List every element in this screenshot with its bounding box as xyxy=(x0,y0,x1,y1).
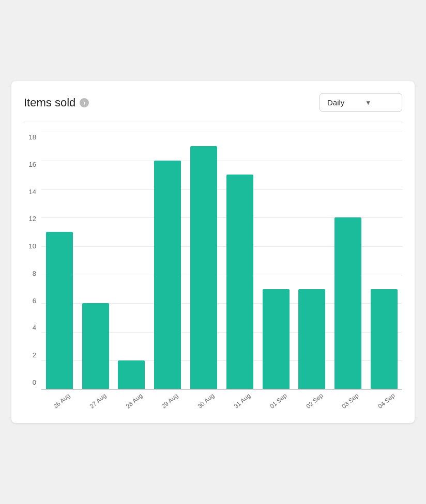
bar-group xyxy=(330,132,366,389)
x-labels: 26 Aug27 Aug28 Aug29 Aug30 Aug31 Aug01 S… xyxy=(41,394,402,406)
bar[interactable] xyxy=(82,303,109,389)
bar[interactable] xyxy=(226,175,253,389)
y-axis-label: 0 xyxy=(24,379,36,386)
title-group: Items sold i xyxy=(24,96,89,109)
bar-group xyxy=(114,132,150,389)
y-axis-label: 4 xyxy=(24,324,36,331)
x-axis-label: 29 Aug xyxy=(154,387,187,416)
y-axis-label: 18 xyxy=(24,134,36,140)
bars-container xyxy=(41,132,402,390)
items-sold-card: Items sold i Daily ▼ 024681012141618 26 … xyxy=(11,81,415,423)
y-axis: 024681012141618 xyxy=(24,132,41,406)
bar[interactable] xyxy=(154,161,181,389)
card-title: Items sold xyxy=(24,96,75,109)
x-axis-label: 31 Aug xyxy=(226,387,258,416)
card-header: Items sold i Daily ▼ xyxy=(24,93,402,121)
bar-group xyxy=(366,132,402,389)
x-axis-label: 30 Aug xyxy=(190,387,222,416)
bar-group xyxy=(78,132,114,389)
bar-group xyxy=(294,132,330,389)
x-axis-label: 04 Sep xyxy=(370,387,403,416)
y-axis-label: 12 xyxy=(24,215,36,222)
x-axis-label: 26 Aug xyxy=(45,387,78,416)
bar[interactable] xyxy=(190,146,217,389)
x-axis-label: 28 Aug xyxy=(118,387,150,416)
y-axis-label: 16 xyxy=(24,161,36,168)
dropdown-label: Daily xyxy=(327,98,344,107)
x-axis-label: 03 Sep xyxy=(334,387,367,416)
bar-group xyxy=(186,132,222,389)
y-axis-label: 8 xyxy=(24,270,36,277)
y-axis-label: 10 xyxy=(24,243,36,249)
bar[interactable] xyxy=(118,360,145,389)
bar[interactable] xyxy=(298,289,325,389)
y-axis-label: 6 xyxy=(24,297,36,304)
x-axis-label: 02 Sep xyxy=(298,387,331,416)
bar-group xyxy=(222,132,258,389)
chevron-down-icon: ▼ xyxy=(365,99,371,106)
x-axis-label: 27 Aug xyxy=(82,387,114,416)
bar-group xyxy=(149,132,186,389)
bar-group xyxy=(41,132,78,389)
bar[interactable] xyxy=(334,217,361,389)
bar[interactable] xyxy=(46,232,73,389)
chart-area: 024681012141618 26 Aug27 Aug28 Aug29 Aug… xyxy=(24,127,402,406)
bar[interactable] xyxy=(263,289,290,389)
bar-group xyxy=(258,132,294,389)
y-axis-label: 14 xyxy=(24,188,36,195)
period-dropdown[interactable]: Daily ▼ xyxy=(320,93,402,112)
y-axis-label: 2 xyxy=(24,352,36,358)
info-icon[interactable]: i xyxy=(80,98,89,107)
x-axis-label: 01 Sep xyxy=(262,387,295,416)
chart-inner: 26 Aug27 Aug28 Aug29 Aug30 Aug31 Aug01 S… xyxy=(41,132,402,406)
bar[interactable] xyxy=(371,289,398,389)
